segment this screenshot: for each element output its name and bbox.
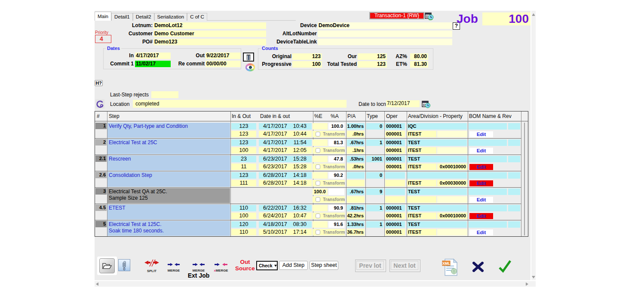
oper-in-cell[interactable]: 000001 (385, 139, 405, 146)
add-step-button[interactable]: Add Step (279, 261, 308, 270)
merge-button[interactable]: MERGE (167, 261, 181, 272)
hours-in-cell[interactable]: .67hrs (347, 189, 365, 195)
et-field[interactable]: 81.30 (410, 61, 428, 68)
qty-in-cell[interactable]: 123 (231, 123, 256, 130)
area-out-cell[interactable]: ITEST (407, 164, 436, 170)
property-cell[interactable]: 0x00030000 (437, 180, 467, 186)
oper-in-cell[interactable]: 000001 (385, 156, 405, 162)
in-date-field[interactable]: 4/17/2017 (135, 53, 171, 59)
tab-serialization[interactable]: Serialization (154, 13, 187, 21)
eye-icon[interactable] (245, 63, 255, 71)
altlotnumber-field[interactable] (318, 31, 452, 37)
date-to-locn-field[interactable]: 7/12/2017 (386, 100, 420, 107)
bom-name-cell[interactable] (469, 139, 507, 146)
percent-a-cell[interactable]: 91.6 (328, 221, 344, 228)
percent-a-cell[interactable]: 100.0 (328, 123, 344, 130)
transform-checkbox[interactable] (316, 181, 320, 186)
transform-checkbox[interactable] (316, 213, 320, 218)
area-in-cell[interactable]: TEST (407, 189, 467, 195)
bom-name-cell[interactable] (469, 221, 507, 228)
total-tested-field[interactable]: 123 (358, 61, 387, 68)
hours-in-cell[interactable]: 1.00hrs (347, 123, 365, 130)
horizontal-scrollbar[interactable] (95, 281, 536, 287)
step-number-badge[interactable]: 2 (95, 139, 107, 145)
bom-name-cell[interactable] (469, 123, 507, 130)
lotnum-field[interactable]: DemoLot12 (153, 22, 266, 29)
qty-in-cell[interactable]: 110 (231, 205, 256, 211)
transform-checkbox-cell[interactable]: Transform (313, 180, 345, 186)
date-out-cell[interactable]: 6/24/201710:47 (259, 213, 312, 219)
po-field[interactable]: Demo123 (153, 39, 266, 45)
qty-out-cell[interactable]: 111 (231, 180, 256, 186)
xml-export-button[interactable]: XML (442, 258, 460, 277)
oper-out-cell[interactable] (385, 180, 405, 186)
type-cell[interactable]: 1001 (366, 156, 383, 162)
type-cell[interactable]: 9 (366, 189, 383, 195)
oper-in-cell[interactable] (385, 172, 405, 179)
original-field[interactable]: 123 (292, 53, 322, 60)
bom-rev-cell[interactable] (508, 156, 520, 162)
transform-checkbox-cell[interactable]: Transform (313, 229, 345, 235)
qty-out-cell[interactable]: 100 (231, 213, 256, 219)
area-out-cell[interactable]: ITEST (407, 131, 436, 137)
bom-rev-cell[interactable] (508, 172, 520, 179)
transform-checkbox[interactable] (316, 164, 320, 169)
qty-out-cell[interactable]: 100 (231, 147, 256, 154)
date-out-cell[interactable]: 4/17/201710:44 (259, 131, 312, 137)
cancel-x-button[interactable] (472, 262, 484, 272)
type-cell[interactable]: 1 (366, 221, 383, 228)
date-out-cell[interactable]: 4/17/201712:05 (259, 147, 312, 154)
percent-e-cell[interactable] (313, 156, 328, 162)
qty-in-cell[interactable]: 123 (231, 139, 256, 146)
step-number-badge[interactable]: 2.6 (95, 172, 107, 178)
step-number-badge[interactable]: 2.1 (95, 155, 107, 162)
area-in-cell[interactable]: TEST (407, 156, 467, 162)
transaction-badge[interactable]: Transaction-1 {RW} (369, 12, 424, 19)
tab-detail1[interactable]: Detail1 (111, 13, 133, 21)
bom-rev-cell[interactable] (508, 123, 520, 130)
hours-out-cell[interactable]: 536.7hrs (347, 229, 365, 235)
percent-e-cell[interactable]: 100.0 (313, 189, 328, 195)
step-row[interactable]: 1Verify Qty, Part-type and Condition1231… (95, 122, 521, 139)
qty-out-cell[interactable]: 11 (231, 164, 256, 170)
property-cell[interactable] (437, 196, 467, 203)
qty-out-cell[interactable]: 110 (231, 229, 256, 235)
date-in-cell[interactable]: 4/18/201708:30 (259, 221, 312, 228)
bom-rev-cell[interactable] (508, 221, 520, 228)
split-button[interactable]: SPLIT (144, 260, 160, 273)
edit-bom-button[interactable]: Edit (469, 180, 493, 186)
hours-in-cell[interactable]: 1.33hrs (347, 221, 365, 228)
step-row[interactable]: 4.5ETEST1101006/22/201716:326/24/201710:… (95, 204, 521, 220)
percent-a-cell[interactable]: 90.2 (328, 172, 344, 179)
step-row[interactable]: 2.1Rescreen23116/23/201715:286/23/201715… (95, 155, 521, 171)
percent-a-cell[interactable]: 90.9 (328, 205, 344, 211)
qty-out-cell[interactable]: 123 (231, 131, 256, 137)
percent-a-cell[interactable]: 81.3 (328, 139, 344, 146)
type-cell[interactable]: 1 (366, 205, 383, 211)
edit-bom-button[interactable]: Edit (469, 213, 493, 219)
edit-bom-button[interactable]: Edit (469, 229, 493, 235)
oper-out-cell[interactable] (385, 196, 405, 203)
oper-in-cell[interactable] (385, 189, 405, 195)
transform-checkbox[interactable] (316, 197, 320, 202)
percent-e-cell[interactable] (313, 123, 328, 130)
bom-rev-cell[interactable] (508, 205, 520, 211)
step-name-cell[interactable]: ETEST (107, 204, 230, 220)
recommit-date-field[interactable]: 00/00/00 (205, 61, 241, 67)
hours-out-cell[interactable]: .1hrs (347, 147, 365, 154)
type-cell[interactable]: 0 (366, 123, 383, 130)
oper-out-cell[interactable]: 000001 (385, 164, 405, 170)
date-out-cell[interactable]: 6/23/201715:28 (259, 164, 312, 170)
scroll-right-icon[interactable] (526, 282, 528, 286)
qty-in-cell[interactable]: 120 (231, 221, 256, 228)
edit-bom-button[interactable]: Edit (469, 164, 493, 170)
job-field[interactable]: 100 (482, 12, 531, 25)
bom-name-cell[interactable] (469, 156, 507, 162)
device-field[interactable]: DemoDevice (318, 22, 452, 29)
qty-in-cell[interactable]: 23 (231, 156, 256, 162)
confirm-check-button[interactable] (498, 259, 512, 274)
step-row[interactable]: 2Electrical Test at 25C1231004/17/201711… (95, 139, 521, 155)
oper-out-cell[interactable]: 000001 (385, 229, 405, 235)
percent-e-cell[interactable] (313, 172, 328, 179)
type-cell[interactable]: 1 (366, 139, 383, 146)
